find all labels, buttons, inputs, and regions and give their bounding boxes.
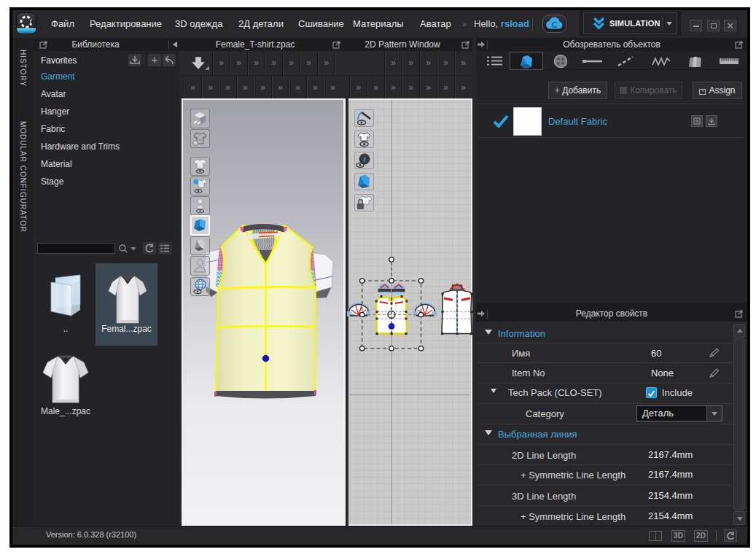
svg-text:C: C (552, 20, 558, 29)
